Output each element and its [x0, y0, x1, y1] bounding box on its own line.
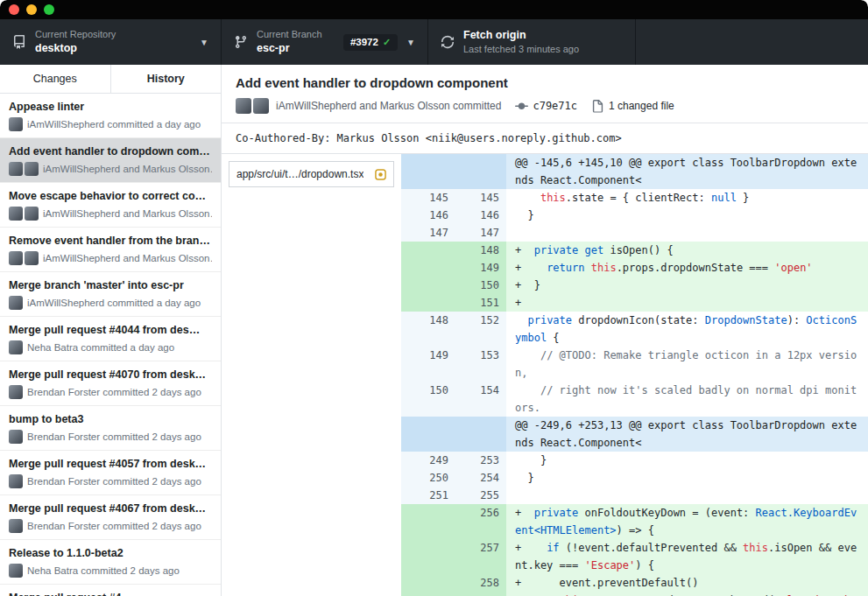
- old-line-number: [401, 592, 455, 596]
- commit-title: Move escape behavior to correct co…: [9, 190, 212, 202]
- commit-title: Merge pull request #4044 from des…: [9, 324, 212, 336]
- fetch-origin-button[interactable]: Fetch origin Last fetched 3 minutes ago: [428, 19, 636, 65]
- new-line-number: 257: [455, 539, 506, 574]
- avatar: [9, 117, 23, 131]
- diff-code-line: + }: [506, 277, 868, 294]
- diff-code-line: + event.preventDefault(): [506, 574, 868, 592]
- diff-code-line: private dropdownIcon(state: DropdownStat…: [506, 312, 868, 347]
- sidebar-tabs: Changes History: [0, 65, 221, 94]
- old-line-number: 147: [401, 224, 455, 242]
- diff-view[interactable]: @@ -145,6 +145,10 @@ export class Toolba…: [401, 154, 868, 596]
- diff-row: 257 + if (!event.defaultPrevented && thi…: [401, 539, 868, 574]
- fetch-origin-title: Fetch origin: [463, 29, 579, 41]
- commit-list-item[interactable]: Release to 1.1.0-beta2 Neha Batra commit…: [0, 540, 221, 585]
- commit-list-item[interactable]: Merge pull request #4057 from desk… Bren…: [0, 451, 221, 495]
- commit-list-item[interactable]: Move escape behavior to correct co… iAmW…: [0, 183, 221, 228]
- diff-row: 256 + private onFoldoutKeyDown = (event:…: [401, 504, 868, 539]
- commit-description: Co-Authored-By: Markus Olsson <niik@user…: [222, 123, 868, 153]
- avatar: [25, 162, 39, 176]
- toolbar: Current Repository desktop ▼ Current Bra…: [0, 19, 868, 65]
- commit-title: Remove event handler from the bran…: [9, 235, 212, 247]
- avatar: [236, 98, 251, 114]
- diff-code-line: @@ -249,6 +253,13 @@ export class Toolba…: [506, 417, 868, 452]
- commit-list-item[interactable]: bump to beta3 Brendan Forster committed …: [0, 406, 221, 451]
- commit-meta: iAmWillShepherd committed a day ago: [27, 119, 201, 130]
- diff-row: 251 255: [401, 487, 868, 504]
- new-line-number: 149: [455, 259, 506, 277]
- git-commit-icon: [515, 100, 528, 113]
- diff-row: 147 147: [401, 224, 868, 242]
- diff-code-line: @@ -145,6 +145,10 @@ export class Toolba…: [506, 154, 868, 189]
- commit-list-item[interactable]: Merge pull request #4067 from desk… Bren…: [0, 495, 221, 540]
- diff-code-line: [506, 487, 868, 504]
- old-line-number: [401, 539, 455, 574]
- tab-history[interactable]: History: [111, 65, 222, 93]
- old-line-number: [401, 259, 455, 277]
- diff-code-line: + private get isOpen() {: [506, 242, 868, 259]
- repo-icon: [12, 35, 26, 49]
- current-branch-value: esc-pr: [257, 42, 322, 54]
- diff-code-line: + private onFoldoutKeyDown = (event: Rea…: [506, 504, 868, 539]
- changed-files-group: 1 changed file: [591, 100, 674, 113]
- commit-avatars: [9, 474, 23, 488]
- commit-avatars: [9, 162, 39, 176]
- diff-row: 259 + this.props.onDropdownStateChanged(…: [401, 592, 868, 596]
- commit-list-item[interactable]: Merge branch 'master' into esc-pr iAmWil…: [0, 272, 221, 317]
- branch-icon: [234, 35, 248, 49]
- current-repository-label: Current Repository: [35, 29, 116, 40]
- sync-icon: [441, 35, 455, 49]
- commit-list-item[interactable]: Add event handler to dropdown com… iAmWi…: [0, 138, 221, 183]
- old-line-number: 146: [401, 207, 455, 224]
- minimize-window-button[interactable]: [26, 4, 37, 15]
- new-line-number: 255: [455, 487, 506, 504]
- commit-meta: iAmWillShepherd and Markus Olsson…: [43, 208, 212, 219]
- commit-list-item[interactable]: Appease linter iAmWillShepherd committed…: [0, 94, 221, 138]
- diff-code-line: // right now it's scaled badly on normal…: [506, 382, 868, 417]
- new-line-number: 258: [455, 574, 506, 592]
- diff-row: 145 145 this.state = { clientRect: null …: [401, 189, 868, 207]
- old-line-number: 251: [401, 487, 455, 504]
- diff-row: 146 146 }: [401, 207, 868, 224]
- zoom-window-button[interactable]: [44, 4, 54, 15]
- commit-list-item[interactable]: Merge pull request #4044 from des… Neha …: [0, 317, 221, 361]
- close-window-button[interactable]: [9, 4, 19, 15]
- current-branch-label: Current Branch: [257, 29, 322, 40]
- old-line-number: [401, 504, 455, 539]
- commit-title: Add event handler to dropdown com…: [9, 145, 212, 158]
- commit-list-item[interactable]: Merge pull request #4…: [0, 585, 221, 596]
- diff-row: 149 + return this.props.dropdownState ==…: [401, 259, 868, 277]
- current-repository-value: desktop: [35, 42, 116, 54]
- diff-row: 150 + }: [401, 277, 868, 294]
- avatar: [9, 340, 23, 354]
- commit-list-item[interactable]: Merge pull request #4070 from desk… Bren…: [0, 361, 221, 406]
- old-line-number: 149: [401, 347, 455, 382]
- old-line-number: [401, 277, 455, 294]
- commit-title: Appease linter: [9, 101, 212, 113]
- new-line-number: 145: [455, 189, 506, 207]
- commit-meta: iAmWillShepherd and Markus Olsson commit…: [236, 98, 854, 114]
- avatar: [9, 564, 23, 578]
- file-row[interactable]: app/src/ui/t…/dropdown.tsx: [229, 161, 394, 187]
- new-line-number: 153: [455, 347, 506, 382]
- commit-avatars: [9, 207, 39, 221]
- avatar: [9, 474, 23, 488]
- commit-title: Merge pull request #4…: [9, 592, 212, 596]
- diff-code-line: +: [506, 294, 868, 312]
- commit-list-item[interactable]: Remove event handler from the bran… iAmW…: [0, 228, 221, 272]
- diff-row: 250 254 }: [401, 469, 868, 487]
- new-line-number: 259: [455, 592, 506, 596]
- chevron-down-icon: ▼: [406, 38, 415, 47]
- commit-body: app/src/ui/t…/dropdown.tsx @@ -145,6 +14…: [222, 153, 868, 596]
- file-path: app/src/ui/t…/dropdown.tsx: [236, 168, 363, 180]
- tab-changes[interactable]: Changes: [0, 65, 111, 93]
- diff-code-line: this.state = { clientRect: null }: [506, 189, 868, 207]
- current-repository-dropdown[interactable]: Current Repository desktop ▼: [0, 19, 222, 65]
- diff-row: 149 153 // @TODO: Remake triangle octico…: [401, 347, 868, 382]
- commit-list[interactable]: Appease linter iAmWillShepherd committed…: [0, 94, 221, 596]
- diff-row: 148 152 private dropdownIcon(state: Drop…: [401, 312, 868, 347]
- github-desktop-window: Current Repository desktop ▼ Current Bra…: [0, 0, 868, 596]
- diff-code-line: + this.props.onDropdownStateChanged('clo…: [506, 592, 868, 596]
- commit-avatars: [9, 117, 23, 131]
- current-branch-dropdown[interactable]: Current Branch esc-pr #3972 ✓ ▼: [222, 19, 428, 65]
- commit-title: bump to beta3: [9, 413, 212, 425]
